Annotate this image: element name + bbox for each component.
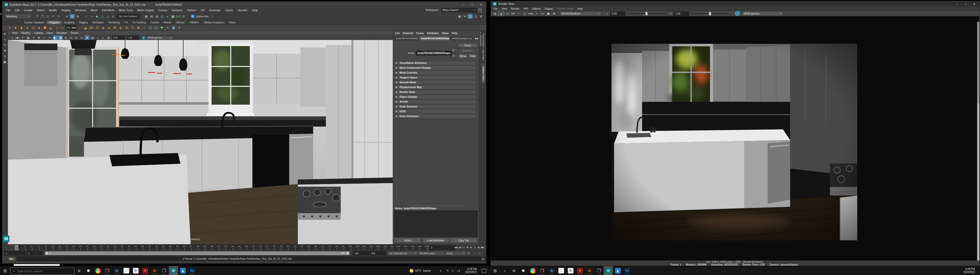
hypershade-icon[interactable]: ● xyxy=(165,14,170,19)
poly-torus-icon[interactable]: ◎ xyxy=(30,25,36,30)
taskbar-search[interactable]: ⌕ xyxy=(10,268,75,275)
side-tab-attribute-editor[interactable]: Attribute Editor xyxy=(482,63,485,84)
tab-nav-arrows[interactable]: ◀▶ xyxy=(474,37,479,40)
minimize-button[interactable]: – xyxy=(459,2,468,8)
viewport-menu-renderer[interactable]: Renderer xyxy=(56,32,67,34)
fps-selector[interactable]: 24 fps▼ xyxy=(445,251,466,255)
action-center-icon[interactable] xyxy=(482,269,487,273)
pan-zoom-icon[interactable]: ✥ xyxy=(37,35,41,40)
maya-icon[interactable]: M xyxy=(169,266,178,275)
menu-display[interactable]: Display xyxy=(62,9,71,12)
shelf-tab-fx[interactable]: FX xyxy=(122,21,130,24)
shelf-tab-motion-graphics[interactable]: Motion Graphics xyxy=(201,21,227,24)
start-button[interactable]: ⊞ xyxy=(0,266,10,275)
menu-surfaces[interactable]: Surfaces xyxy=(172,9,183,12)
file-explorer-icon[interactable]: ❒ xyxy=(103,266,112,275)
render-settings-icon[interactable]: ▦ xyxy=(144,14,148,19)
onenote-icon[interactable]: ❐ xyxy=(159,266,169,275)
anim-start-field[interactable]: 1 xyxy=(4,251,26,255)
exposure-icon[interactable]: ☼ xyxy=(605,11,610,16)
select-hierarchy-icon[interactable]: ⧈ xyxy=(65,14,69,19)
photos-icon[interactable]: ◭ xyxy=(178,266,188,275)
shelf-tab-rendering[interactable]: Rendering xyxy=(106,21,122,24)
notepad-icon[interactable]: ≡ xyxy=(556,266,566,275)
ae-menu-attributes[interactable]: Attributes xyxy=(427,32,439,35)
bookmark-icon[interactable]: ▣ xyxy=(26,35,30,40)
taskbar-clock[interactable]: 5:28 PM5/22/2021 xyxy=(466,266,477,275)
alpha-channel-icon[interactable]: ◗ xyxy=(534,11,539,16)
ae-menu-focus[interactable]: Focus xyxy=(416,32,424,35)
shelf-tab-sculpting[interactable]: Sculpting xyxy=(62,21,77,24)
auto-key-icon[interactable]: ✦ xyxy=(477,251,482,256)
rv-menu-options[interactable]: Options xyxy=(532,7,541,10)
res-gate-icon[interactable]: ◧ xyxy=(52,35,57,40)
menu-uv[interactable]: UV xyxy=(200,9,204,12)
renderer-selector[interactable]: Arnold Renderer▼ xyxy=(560,11,602,16)
paint-select-icon[interactable]: ✎ xyxy=(2,43,7,47)
rv-menu-help[interactable]: Help xyxy=(578,7,583,10)
gamma-icon[interactable]: ◑ xyxy=(668,11,673,16)
field-chart-icon[interactable]: ⊞ xyxy=(63,35,68,40)
viewport-exposure-field[interactable]: 0.00 xyxy=(112,36,125,40)
shelf-tab-arnold[interactable]: Arnold xyxy=(162,21,173,24)
search-input[interactable] xyxy=(17,269,66,273)
maximize-button[interactable]: □ xyxy=(961,1,970,7)
menu-edit[interactable]: Edit xyxy=(15,9,20,12)
section-displacement-map[interactable]: ▶Displacement Map xyxy=(394,85,476,89)
bridge-icon[interactable]: ⧉ xyxy=(124,25,129,30)
poly-plane-icon[interactable]: ▰ xyxy=(36,25,42,30)
select-object-icon[interactable]: ⊡ xyxy=(70,14,75,19)
maya-titlebar[interactable]: M Autodesk Maya 2017: C:\Users\jlh_c\Des… xyxy=(2,2,486,8)
ipr-render-icon[interactable]: ▥ xyxy=(154,14,159,19)
rv-menu-file[interactable]: File xyxy=(493,7,497,10)
target-weld-icon[interactable]: ⊠ xyxy=(135,25,141,30)
step-back-button[interactable]: |◀ xyxy=(458,245,462,250)
menu-modify[interactable]: Modify xyxy=(49,9,57,12)
grid-fill-icon[interactable]: ▦ xyxy=(171,25,177,30)
make-live-icon[interactable]: ◎ xyxy=(110,14,115,19)
smooth-icon[interactable]: ◈ xyxy=(100,25,106,30)
load-attributes-button[interactable]: Load Attributes xyxy=(422,238,449,243)
ae-menu-help[interactable]: Help xyxy=(452,32,457,35)
slider-knob[interactable] xyxy=(646,12,648,15)
open-image-icon[interactable]: ▤ xyxy=(492,11,498,16)
command-input[interactable] xyxy=(17,256,180,261)
character-set-selector[interactable]: No Character Set▼ xyxy=(388,251,418,255)
menu-create[interactable]: Create xyxy=(24,9,32,12)
menu-file[interactable]: File xyxy=(6,9,11,12)
section-arnold[interactable]: ▶Arnold xyxy=(394,100,476,104)
menu-arnold[interactable]: Arnold xyxy=(237,9,248,12)
ao-icon[interactable]: ◍ xyxy=(106,35,111,40)
chrome-icon[interactable] xyxy=(93,266,103,275)
section-mesh-controls[interactable]: ▶Mesh Controls xyxy=(394,71,476,75)
snap-projected-icon[interactable]: ◇ xyxy=(100,14,105,19)
image-plane-icon[interactable]: ✎ xyxy=(31,35,36,40)
mash-editor-icon[interactable]: ◲ xyxy=(153,25,159,30)
rv-menu-ipr[interactable]: IPR xyxy=(523,7,528,10)
maximize-button[interactable]: □ xyxy=(468,2,476,8)
combine-icon[interactable]: ⊞ xyxy=(89,25,94,30)
viewport-menu-view[interactable]: View xyxy=(12,32,18,34)
photoshop-icon[interactable]: Ps xyxy=(188,266,197,275)
one-to-one-icon[interactable]: 1:1 xyxy=(540,11,545,16)
section-extra-attributes[interactable]: ▶Extra Attributes xyxy=(394,114,476,119)
search-icon[interactable]: ⌕ xyxy=(500,266,509,275)
menu-help[interactable]: Help xyxy=(252,9,258,12)
scale-tool-icon[interactable]: ▣ xyxy=(2,59,7,65)
scrollbar-thumb[interactable] xyxy=(480,34,481,47)
focus-button[interactable]: Focus xyxy=(458,43,477,47)
range-handle-start[interactable] xyxy=(45,251,48,255)
grid-toggle-icon[interactable]: ▦ xyxy=(457,14,462,19)
workspace-selector[interactable]: Maya Classic*▼ xyxy=(441,8,477,12)
select-tool-icon[interactable]: ➤ xyxy=(2,31,7,36)
playback-start-field[interactable]: 1 xyxy=(27,251,43,255)
range-handle-end[interactable] xyxy=(346,251,349,255)
script-editor-icon[interactable]: ▤ xyxy=(481,257,485,261)
anim-prefs-icon[interactable]: ◔ xyxy=(472,251,477,256)
ae-tab-bodyfbxasc046002shape[interactable]: bodyFBXASC046002Shape xyxy=(419,36,449,41)
notes-separator[interactable] xyxy=(408,205,465,206)
boolean-icon[interactable]: ⬙ xyxy=(106,25,112,30)
shelf-tab-fx-caching[interactable]: FX Caching xyxy=(130,21,148,24)
rv-menu-display[interactable]: Display xyxy=(545,7,553,10)
command-result[interactable]: // Result: C:/Users/jlh_c/Desktop/Kitche… xyxy=(181,256,486,261)
